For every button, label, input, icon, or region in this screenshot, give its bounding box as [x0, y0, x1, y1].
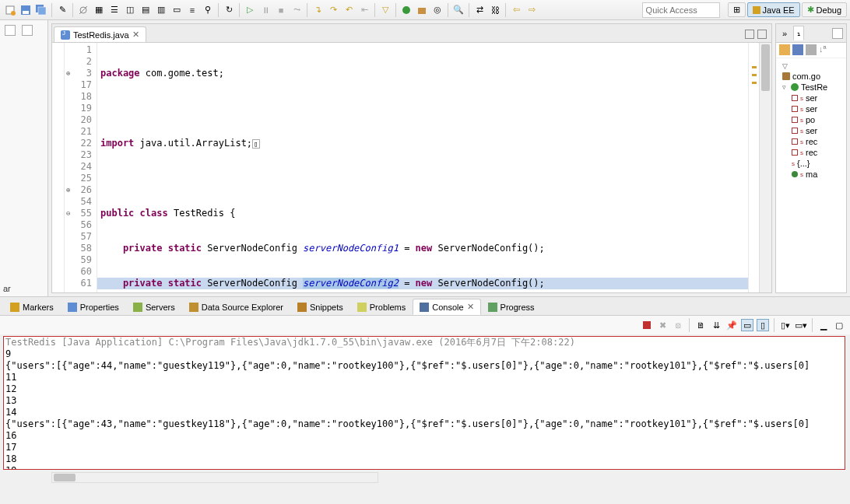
perspective-debug[interactable]: ✱Debug: [802, 2, 847, 17]
step-into-icon[interactable]: ↴: [311, 3, 325, 17]
outline-field-4[interactable]: sser: [778, 125, 845, 136]
svg-point-1: [11, 11, 16, 16]
maximize-editor-icon[interactable]: [757, 30, 767, 39]
outline-field-3[interactable]: spo: [778, 114, 845, 125]
editor-pane: TestRedis.java ✕ 1 2 3 17 18 19 20 21 22…: [51, 23, 772, 293]
new-class-icon[interactable]: [399, 3, 413, 17]
max-console-icon[interactable]: ▢: [833, 319, 845, 331]
breakpoint-skip-icon[interactable]: [76, 3, 90, 17]
close-console-icon[interactable]: ✕: [467, 302, 474, 312]
outline-tab-1[interactable]: »: [779, 27, 790, 40]
hide-static-icon[interactable]: [806, 44, 817, 55]
tab-markers[interactable]: Markers: [3, 299, 61, 315]
tab-servers[interactable]: Servers: [126, 299, 182, 315]
outline-tree[interactable]: ▽ com.go ▿TestRe sser sser spo sser srec…: [776, 58, 846, 183]
clear-console-icon[interactable]: 🗎: [694, 319, 707, 331]
outline-field-6[interactable]: srec: [778, 147, 845, 158]
pin-icon[interactable]: ⚲: [201, 3, 215, 17]
overview-ruler[interactable]: [748, 43, 759, 292]
new-console-icon[interactable]: ▭▾: [795, 319, 807, 331]
text-icon[interactable]: ▭: [170, 3, 184, 17]
terminate-icon[interactable]: [641, 319, 653, 331]
resume-icon[interactable]: ▷: [243, 3, 257, 17]
open-perspective-icon[interactable]: ⊞: [728, 2, 746, 17]
quick-access[interactable]: [642, 2, 720, 18]
java-file-icon: [61, 30, 70, 40]
save-all-icon[interactable]: [34, 3, 48, 17]
pin-console-icon[interactable]: 📌: [725, 319, 738, 331]
tab-progress[interactable]: Progress: [481, 299, 542, 315]
search-icon[interactable]: 🔍: [451, 3, 465, 17]
hide-fields-icon[interactable]: [792, 44, 803, 55]
stop-icon[interactable]: ■: [274, 3, 288, 17]
horizontal-scrollbar[interactable]: [51, 472, 378, 483]
console-output[interactable]: TestRedis [Java Application] C:\Program …: [3, 336, 845, 470]
step-over-icon[interactable]: ↷: [326, 3, 340, 17]
quick-access-input[interactable]: [642, 2, 720, 18]
stack-icon[interactable]: ≡: [185, 3, 199, 17]
filter-icon[interactable]: ▽: [378, 3, 392, 17]
tab-data-source[interactable]: Data Source Explorer: [182, 299, 290, 315]
minimized-view-1-icon[interactable]: [5, 25, 16, 36]
show-console-icon[interactable]: ▯: [757, 319, 769, 331]
tab-problems[interactable]: Problems: [350, 299, 413, 315]
editor-tab-bar: TestRedis.java ✕: [52, 24, 771, 43]
step-return-icon[interactable]: ↶: [342, 3, 356, 17]
outline-field-5[interactable]: srec: [778, 136, 845, 147]
outline-view: » ₁ ↓ª ▽ com.go ▿TestRe sser sser spo ss…: [775, 23, 847, 293]
disconnect-icon[interactable]: ⤳: [290, 3, 304, 17]
page-icon[interactable]: ▥: [154, 3, 168, 17]
outline-class[interactable]: ▿TestRe: [778, 82, 845, 93]
outline-static-block[interactable]: s{...}: [778, 158, 845, 169]
outline-field-2[interactable]: sser: [778, 103, 845, 114]
link-icon[interactable]: ⛓: [488, 3, 502, 17]
svg-rect-3: [23, 11, 29, 14]
outline-field-1[interactable]: sser: [778, 93, 845, 103]
list-icon[interactable]: ☰: [107, 3, 121, 17]
svg-point-8: [402, 6, 410, 14]
outline-tab-2[interactable]: ₁: [793, 26, 804, 40]
side-truncated-text: ar: [3, 284, 11, 293]
marker-bar[interactable]: [52, 43, 65, 292]
new-icon[interactable]: [3, 3, 17, 17]
type-icon[interactable]: ◎: [430, 3, 444, 17]
tab-snippets[interactable]: Snippets: [290, 299, 350, 315]
code-editor[interactable]: package com.gome.test; import java.util.…: [97, 43, 748, 292]
nav-fwd-icon[interactable]: ⇨: [525, 3, 539, 17]
refresh-icon[interactable]: ↻: [222, 3, 236, 17]
nav-back-icon[interactable]: ⇦: [509, 3, 523, 17]
pause-icon[interactable]: ⏸: [258, 3, 272, 17]
close-tab-icon[interactable]: ✕: [132, 30, 139, 40]
doc-icon[interactable]: ▤: [139, 3, 153, 17]
min-console-icon[interactable]: ▁: [817, 319, 830, 331]
toggle-icon[interactable]: ◫: [123, 3, 137, 17]
outline-min-icon[interactable]: [832, 28, 843, 39]
outline-main-method[interactable]: sma: [778, 169, 845, 180]
tab-properties[interactable]: Properties: [61, 299, 126, 315]
tab-console[interactable]: Console ✕: [413, 299, 480, 315]
display-selected-icon[interactable]: ▭: [741, 319, 753, 331]
sync-icon[interactable]: ⇄: [472, 3, 486, 17]
perspective-switcher: ⊞ Java EE ✱Debug: [728, 2, 847, 17]
open-console-icon[interactable]: ▯▾: [779, 319, 792, 331]
remove-launch-icon[interactable]: ✖: [656, 319, 669, 331]
sort-icon[interactable]: [779, 44, 790, 55]
left-sidebar: ar: [0, 20, 48, 296]
grid-icon[interactable]: ▦: [92, 3, 106, 17]
minimize-editor-icon[interactable]: [745, 30, 754, 39]
line-number-gutter[interactable]: 1 2 3 17 18 19 20 21 22 23 24 25 26 54 5…: [65, 43, 97, 292]
svg-rect-5: [38, 7, 46, 15]
new-package-icon[interactable]: [415, 3, 429, 17]
console-launch-title: TestRedis [Java Application] C:\Program …: [5, 337, 843, 348]
main-toolbar: ✎ ▦ ☰ ◫ ▤ ▥ ▭ ≡ ⚲ ↻ ▷ ⏸ ■ ⤳ ↴ ↷ ↶ ⇤ ▽ ◎ …: [0, 0, 850, 20]
minimized-view-2-icon[interactable]: [22, 25, 33, 36]
wand-icon[interactable]: ✎: [55, 3, 69, 17]
vertical-scrollbar[interactable]: [759, 43, 771, 292]
drop-frame-icon[interactable]: ⇤: [357, 3, 371, 17]
scroll-lock-icon[interactable]: ⇊: [710, 319, 722, 331]
perspective-java-ee[interactable]: Java EE: [747, 2, 800, 17]
save-icon[interactable]: [19, 3, 33, 17]
editor-tab-testredis[interactable]: TestRedis.java ✕: [54, 26, 146, 42]
remove-all-icon[interactable]: ⦻: [672, 319, 684, 331]
outline-package[interactable]: com.go: [778, 71, 845, 82]
